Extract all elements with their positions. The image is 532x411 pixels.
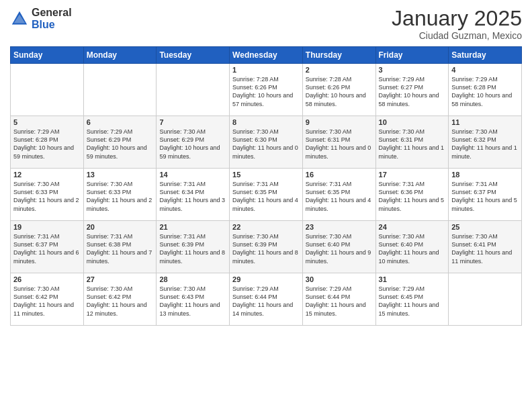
- col-friday: Friday: [375, 47, 449, 64]
- calendar-cell: 11Sunrise: 7:30 AM Sunset: 6:32 PM Dayli…: [449, 116, 522, 169]
- day-number: 3: [379, 66, 446, 74]
- day-number: 31: [379, 275, 446, 283]
- day-info: Sunrise: 7:31 AM Sunset: 6:36 PM Dayligh…: [379, 180, 446, 213]
- day-number: 20: [87, 223, 154, 231]
- day-number: 6: [87, 118, 154, 126]
- calendar-week-2: 12Sunrise: 7:30 AM Sunset: 6:33 PM Dayli…: [11, 169, 522, 221]
- col-sunday: Sunday: [11, 47, 84, 64]
- day-info: Sunrise: 7:28 AM Sunset: 6:26 PM Dayligh…: [306, 75, 373, 108]
- day-number: 15: [232, 171, 300, 179]
- day-info: Sunrise: 7:30 AM Sunset: 6:32 PM Dayligh…: [451, 128, 519, 161]
- calendar-week-0: 1Sunrise: 7:28 AM Sunset: 6:26 PM Daylig…: [11, 64, 522, 116]
- day-number: 21: [159, 223, 226, 231]
- day-info: Sunrise: 7:31 AM Sunset: 6:34 PM Dayligh…: [159, 180, 226, 213]
- col-wednesday: Wednesday: [230, 47, 303, 64]
- calendar-cell: 2Sunrise: 7:28 AM Sunset: 6:26 PM Daylig…: [302, 64, 375, 116]
- day-number: 13: [87, 171, 154, 179]
- day-number: 30: [306, 275, 373, 283]
- day-number: 18: [451, 171, 519, 179]
- day-info: Sunrise: 7:29 AM Sunset: 6:28 PM Dayligh…: [13, 128, 81, 161]
- logo-general-text: General: [32, 7, 72, 19]
- calendar-week-1: 5Sunrise: 7:29 AM Sunset: 6:28 PM Daylig…: [11, 116, 522, 169]
- calendar-cell: 17Sunrise: 7:31 AM Sunset: 6:36 PM Dayli…: [375, 169, 449, 221]
- day-number: 8: [232, 118, 300, 126]
- day-number: 25: [451, 223, 519, 231]
- page: General Blue January 2025 Ciudad Guzman,…: [0, 0, 532, 411]
- day-number: 10: [379, 118, 446, 126]
- day-number: 27: [87, 275, 154, 283]
- calendar-cell: 16Sunrise: 7:31 AM Sunset: 6:35 PM Dayli…: [302, 169, 375, 221]
- day-info: Sunrise: 7:29 AM Sunset: 6:27 PM Dayligh…: [379, 75, 446, 108]
- day-number: 16: [306, 171, 373, 179]
- day-info: Sunrise: 7:29 AM Sunset: 6:44 PM Dayligh…: [306, 285, 373, 318]
- day-number: 2: [306, 66, 373, 74]
- col-tuesday: Tuesday: [157, 47, 230, 64]
- calendar-header-row: Sunday Monday Tuesday Wednesday Thursday…: [11, 47, 522, 64]
- calendar-cell: 30Sunrise: 7:29 AM Sunset: 6:44 PM Dayli…: [302, 273, 375, 326]
- day-info: Sunrise: 7:29 AM Sunset: 6:45 PM Dayligh…: [379, 285, 446, 318]
- day-number: 1: [232, 66, 300, 74]
- day-number: 4: [451, 66, 519, 74]
- day-number: 24: [379, 223, 446, 231]
- day-info: Sunrise: 7:30 AM Sunset: 6:39 PM Dayligh…: [232, 232, 300, 265]
- day-number: 12: [13, 171, 81, 179]
- calendar-cell: [449, 273, 522, 326]
- header: General Blue January 2025 Ciudad Guzman,…: [10, 7, 522, 41]
- calendar-cell: 31Sunrise: 7:29 AM Sunset: 6:45 PM Dayli…: [375, 273, 449, 326]
- calendar-cell: 1Sunrise: 7:28 AM Sunset: 6:26 PM Daylig…: [230, 64, 303, 116]
- calendar-cell: 26Sunrise: 7:30 AM Sunset: 6:42 PM Dayli…: [11, 273, 84, 326]
- logo: General Blue: [10, 7, 72, 30]
- day-number: 11: [451, 118, 519, 126]
- calendar-cell: 8Sunrise: 7:30 AM Sunset: 6:30 PM Daylig…: [230, 116, 303, 169]
- col-thursday: Thursday: [302, 47, 375, 64]
- day-info: Sunrise: 7:31 AM Sunset: 6:37 PM Dayligh…: [451, 180, 519, 213]
- calendar-cell: 4Sunrise: 7:29 AM Sunset: 6:28 PM Daylig…: [449, 64, 522, 116]
- calendar-cell: [83, 64, 157, 116]
- day-info: Sunrise: 7:30 AM Sunset: 6:30 PM Dayligh…: [232, 128, 300, 161]
- calendar-cell: 6Sunrise: 7:29 AM Sunset: 6:29 PM Daylig…: [83, 116, 157, 169]
- day-info: Sunrise: 7:30 AM Sunset: 6:42 PM Dayligh…: [87, 285, 154, 318]
- day-number: 7: [159, 118, 226, 126]
- calendar-week-4: 26Sunrise: 7:30 AM Sunset: 6:42 PM Dayli…: [11, 273, 522, 326]
- calendar-cell: 23Sunrise: 7:30 AM Sunset: 6:40 PM Dayli…: [302, 221, 375, 273]
- calendar-cell: 21Sunrise: 7:31 AM Sunset: 6:39 PM Dayli…: [157, 221, 230, 273]
- day-info: Sunrise: 7:31 AM Sunset: 6:38 PM Dayligh…: [87, 232, 154, 265]
- subtitle: Ciudad Guzman, Mexico: [392, 30, 522, 41]
- day-number: 17: [379, 171, 446, 179]
- day-info: Sunrise: 7:31 AM Sunset: 6:37 PM Dayligh…: [13, 232, 81, 265]
- calendar-cell: 24Sunrise: 7:30 AM Sunset: 6:40 PM Dayli…: [375, 221, 449, 273]
- calendar-cell: 29Sunrise: 7:29 AM Sunset: 6:44 PM Dayli…: [230, 273, 303, 326]
- day-info: Sunrise: 7:30 AM Sunset: 6:41 PM Dayligh…: [451, 232, 519, 265]
- day-number: 23: [306, 223, 373, 231]
- calendar-cell: 7Sunrise: 7:30 AM Sunset: 6:29 PM Daylig…: [157, 116, 230, 169]
- logo-text: General Blue: [32, 7, 72, 30]
- calendar: Sunday Monday Tuesday Wednesday Thursday…: [10, 46, 522, 326]
- day-info: Sunrise: 7:30 AM Sunset: 6:31 PM Dayligh…: [379, 128, 446, 161]
- day-number: 9: [306, 118, 373, 126]
- day-info: Sunrise: 7:29 AM Sunset: 6:28 PM Dayligh…: [451, 75, 519, 108]
- calendar-cell: 25Sunrise: 7:30 AM Sunset: 6:41 PM Dayli…: [449, 221, 522, 273]
- day-info: Sunrise: 7:30 AM Sunset: 6:40 PM Dayligh…: [379, 232, 446, 265]
- logo-icon: [10, 9, 29, 28]
- calendar-week-3: 19Sunrise: 7:31 AM Sunset: 6:37 PM Dayli…: [11, 221, 522, 273]
- calendar-cell: 27Sunrise: 7:30 AM Sunset: 6:42 PM Dayli…: [83, 273, 157, 326]
- calendar-cell: [11, 64, 84, 116]
- calendar-cell: 9Sunrise: 7:30 AM Sunset: 6:31 PM Daylig…: [302, 116, 375, 169]
- day-number: 19: [13, 223, 81, 231]
- title-area: January 2025 Ciudad Guzman, Mexico: [392, 7, 522, 41]
- day-number: 14: [159, 171, 226, 179]
- month-title: January 2025: [392, 7, 522, 30]
- logo-blue-text: Blue: [32, 19, 72, 31]
- day-info: Sunrise: 7:29 AM Sunset: 6:29 PM Dayligh…: [87, 128, 154, 161]
- col-monday: Monday: [83, 47, 157, 64]
- calendar-cell: 5Sunrise: 7:29 AM Sunset: 6:28 PM Daylig…: [11, 116, 84, 169]
- day-number: 22: [232, 223, 300, 231]
- calendar-cell: 13Sunrise: 7:30 AM Sunset: 6:33 PM Dayli…: [83, 169, 157, 221]
- day-info: Sunrise: 7:28 AM Sunset: 6:26 PM Dayligh…: [232, 75, 300, 108]
- col-saturday: Saturday: [449, 47, 522, 64]
- day-info: Sunrise: 7:30 AM Sunset: 6:43 PM Dayligh…: [159, 285, 226, 318]
- calendar-cell: 12Sunrise: 7:30 AM Sunset: 6:33 PM Dayli…: [11, 169, 84, 221]
- day-info: Sunrise: 7:30 AM Sunset: 6:40 PM Dayligh…: [306, 232, 373, 265]
- day-number: 28: [159, 275, 226, 283]
- day-info: Sunrise: 7:30 AM Sunset: 6:33 PM Dayligh…: [13, 180, 81, 213]
